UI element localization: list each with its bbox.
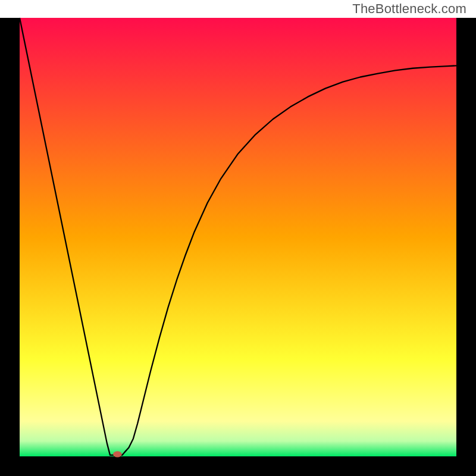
gradient-background (20, 18, 456, 456)
chart-wrapper: TheBottleneck.com (0, 0, 476, 476)
optimal-point (113, 451, 122, 457)
frame-bottom (0, 456, 476, 476)
frame-left (0, 18, 20, 476)
attribution-text: TheBottleneck.com (352, 1, 466, 17)
bottleneck-chart (0, 0, 476, 476)
frame-right (456, 18, 476, 476)
